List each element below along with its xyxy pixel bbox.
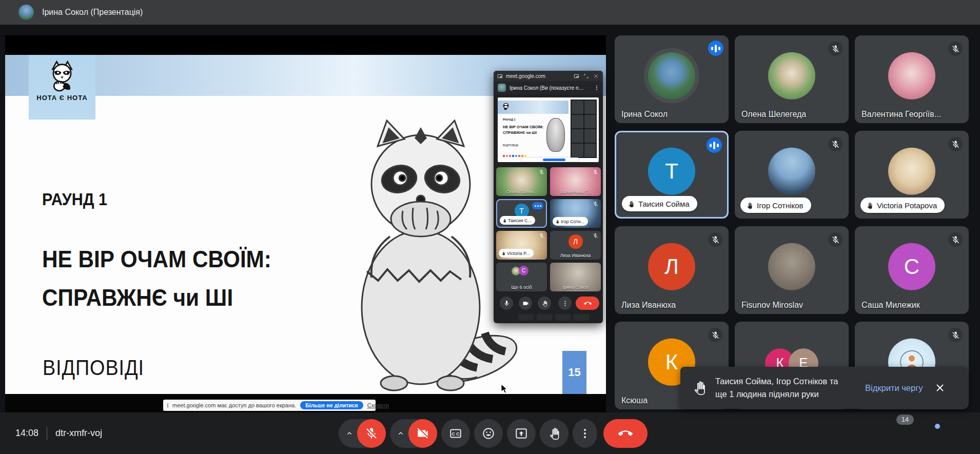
- mini-tile-name: Ігор Сотн...: [561, 219, 584, 224]
- presenter-avatar: [18, 5, 34, 20]
- participant-tile-taisiya[interactable]: Т Таисия Сойма: [615, 131, 729, 219]
- mini-title-line2: СПРАВЖНЄ чи ШІ: [503, 130, 537, 135]
- mic-muted-icon: [828, 232, 842, 247]
- camera-off-icon: [416, 427, 429, 440]
- photo-avatar: [768, 52, 815, 99]
- mini-tile-name: Валентина Г...: [550, 189, 601, 194]
- mini-more-options-button[interactable]: [558, 297, 572, 310]
- raccoon-logo-icon: [45, 59, 79, 93]
- participant-tile-victoria[interactable]: Victoria Potapova: [855, 131, 969, 219]
- mic-control-group: [339, 419, 386, 448]
- captions-icon: [449, 427, 462, 440]
- captions-button[interactable]: [441, 419, 470, 448]
- more-options-icon[interactable]: [594, 85, 600, 91]
- camera-control-group: [390, 419, 437, 448]
- mini-slide-grid: [571, 100, 597, 158]
- reactions-icon: [482, 427, 495, 440]
- presentation-title: Ірина Сокол (Презентація): [42, 8, 143, 17]
- letter-avatar: Т: [648, 147, 695, 194]
- participant-tile-igor[interactable]: Ігор Сотніков: [735, 131, 849, 219]
- mini-tile-valentyna[interactable]: Валентина Г...: [550, 167, 601, 196]
- mini-raccoon-mascot: [546, 118, 565, 152]
- end-call-icon: [584, 300, 592, 307]
- mini-tile-liza[interactable]: Л Лиза Иванюха: [550, 231, 601, 260]
- screen-share-bar: meet.google.com має доступ до вашого екр…: [163, 400, 376, 411]
- mini-camera-button[interactable]: [519, 297, 532, 310]
- mini-tile-others[interactable]: C Ще 6 осіб: [496, 263, 547, 291]
- letter-avatar: Л: [569, 234, 583, 249]
- toast-line1: Таисия Сойма, Ігор Сотніков та: [715, 375, 859, 388]
- top-bar: Ірина Сокол (Презентація): [0, 0, 980, 25]
- participant-tile-valentyna[interactable]: Валентина Георгіїв...: [855, 35, 969, 123]
- mini-window-titlebar[interactable]: meet.google.com: [494, 71, 603, 81]
- participant-name: Ігор Сотніков: [757, 201, 803, 210]
- slide-round-label: РАУНД 1: [42, 189, 107, 209]
- participant-tile-fisunov[interactable]: Fisunov Miroslav: [735, 226, 849, 314]
- clock: 14:08: [15, 428, 38, 439]
- slide-title-line2: СПРАВЖНЄ чи ШІ: [42, 278, 271, 317]
- mini-tile-name: Ірина Сокол: [550, 285, 601, 290]
- open-queue-link[interactable]: Відкрити чергу: [865, 383, 923, 393]
- mini-title-line1: НЕ ВІР ОЧАМ СВОЇМ:: [503, 125, 543, 129]
- reactions-button[interactable]: [474, 419, 503, 448]
- logo-text: НОТА Є НОТА: [36, 94, 88, 102]
- mini-hand-pill: Victoria P...: [499, 249, 534, 258]
- mini-slide-thumbnail: РАУНД 1 НЕ ВІР ОЧАМ СВОЇМ: СПРАВЖНЄ чи Ш…: [498, 97, 599, 162]
- mini-raise-hand-button[interactable]: [538, 297, 551, 310]
- photo-avatar: [768, 147, 815, 194]
- participant-name: Саша Милежик: [861, 301, 920, 310]
- mini-subtitle: ВІДПОВІДІ: [503, 144, 518, 147]
- mini-tile-victoria[interactable]: Victoria P...: [496, 231, 547, 260]
- mini-tile-taisiya[interactable]: Т Таисия С...: [496, 199, 547, 228]
- mic-muted-icon: [708, 232, 722, 247]
- mic-button[interactable]: [357, 419, 386, 448]
- present-icon: [515, 427, 528, 440]
- picture-in-picture-window[interactable]: meet.google.com Ірина Сокол (Ви (показує…: [494, 71, 603, 323]
- mic-muted-icon: [593, 201, 598, 207]
- speaking-indicator: [707, 137, 722, 153]
- close-icon[interactable]: [934, 382, 946, 393]
- camera-icon: [522, 300, 529, 307]
- mini-tile-igor[interactable]: Ігор Сотн...: [550, 199, 601, 228]
- pip-icon: [497, 73, 503, 79]
- raise-hand-button[interactable]: [540, 419, 569, 448]
- chat-notification-dot: [935, 424, 940, 429]
- raised-hand-icon: [555, 220, 559, 224]
- slide-page-number: 15: [562, 351, 586, 394]
- participant-name: Таисия Сойма: [638, 200, 690, 208]
- more-options-icon: [579, 427, 591, 440]
- camera-options-chevron[interactable]: [394, 419, 408, 448]
- expand-icon[interactable]: [583, 73, 589, 79]
- raised-hand-icon: [692, 380, 707, 396]
- present-button[interactable]: [507, 419, 536, 448]
- participant-name: Ксюша: [621, 396, 648, 405]
- pip-toggle-icon[interactable]: [574, 73, 579, 79]
- participant-tile-liza[interactable]: Л Лиза Иванюха: [615, 226, 729, 314]
- camera-button[interactable]: [408, 419, 437, 448]
- toast-message: Таисия Сойма, Ігор Сотніков та ще 1 люди…: [715, 375, 859, 401]
- mini-tile-name: Ще 6 осіб: [496, 285, 547, 290]
- participant-tile-iryna-sokol[interactable]: Ірина Сокол: [615, 35, 729, 123]
- mini-tile-name: Таисия С...: [508, 218, 532, 223]
- participant-tile-sasha[interactable]: С Саша Милежик: [855, 226, 969, 314]
- mini-presenter-row[interactable]: Ірина Сокол (Ви (показуєте през...: [494, 81, 603, 94]
- raised-hand-icon: [746, 202, 753, 209]
- mini-tile-iryna[interactable]: Ірина Сокол: [550, 263, 601, 291]
- mini-tile-name: Лиза Иванюха: [550, 253, 601, 258]
- mini-end-call-button[interactable]: [576, 297, 599, 310]
- end-call-button[interactable]: [603, 419, 648, 448]
- mic-muted-icon: [593, 233, 598, 239]
- mini-tile-menu[interactable]: [532, 202, 543, 209]
- mic-muted-icon: [539, 169, 544, 175]
- close-icon[interactable]: [593, 73, 599, 79]
- more-options-button[interactable]: [573, 419, 597, 448]
- mic-options-chevron[interactable]: [342, 419, 357, 448]
- raised-hands-toast: Таисия Сойма, Ігор Сотніков та ще 1 люди…: [680, 367, 968, 409]
- participant-name: Ірина Сокол: [621, 110, 668, 119]
- mini-mic-button[interactable]: [500, 297, 513, 310]
- stop-sharing-button[interactable]: Більше не ділитися: [300, 401, 363, 409]
- participant-tile-olena[interactable]: Олена Шелегеда: [735, 35, 849, 123]
- mini-presenter-name: Ірина Сокол (Ви (показуєте през...: [509, 85, 585, 91]
- hide-share-bar-link[interactable]: Сховати: [367, 402, 389, 408]
- mini-tile-olena[interactable]: Олена Шеле...: [496, 167, 547, 196]
